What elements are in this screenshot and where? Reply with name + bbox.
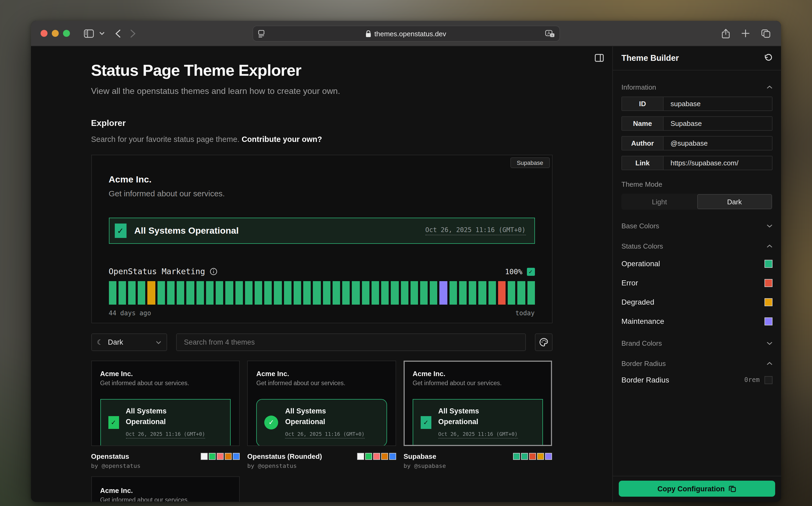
uptime-bar-operational[interactable] bbox=[391, 281, 398, 305]
uptime-bar-operational[interactable] bbox=[478, 281, 486, 305]
toggle-sidebar-icon[interactable] bbox=[84, 29, 94, 37]
uptime-bar-operational[interactable] bbox=[206, 281, 214, 305]
uptime-bar-operational[interactable] bbox=[430, 281, 437, 305]
uptime-bar-operational[interactable] bbox=[235, 281, 243, 305]
contribute-link[interactable]: Contribute your own? bbox=[241, 135, 322, 144]
uptime-bar-operational[interactable] bbox=[333, 281, 340, 305]
uptime-bar-operational[interactable] bbox=[459, 281, 466, 305]
uptime-bar-operational[interactable] bbox=[352, 281, 360, 305]
theme-card-supabase[interactable]: Acme Inc. Get informed about our service… bbox=[403, 361, 552, 470]
theme-card-partial[interactable]: Acme Inc. Get informed about our service… bbox=[91, 477, 239, 501]
color-swatch[interactable] bbox=[764, 260, 772, 267]
close-window-button[interactable] bbox=[41, 30, 48, 37]
share-icon[interactable] bbox=[722, 28, 730, 38]
copy-configuration-button[interactable]: Copy Configuration bbox=[619, 481, 775, 497]
uptime-bar-operational[interactable] bbox=[187, 281, 194, 305]
uptime-bar-operational[interactable] bbox=[226, 281, 233, 305]
info-icon[interactable] bbox=[210, 268, 217, 275]
uptime-bar-operational[interactable] bbox=[508, 281, 515, 305]
uptime-bar-operational[interactable] bbox=[527, 281, 535, 305]
uptime-bar-operational[interactable] bbox=[138, 281, 145, 305]
toggle-theme-panel-icon[interactable] bbox=[595, 54, 604, 62]
uptime-bars[interactable] bbox=[108, 281, 535, 305]
field-author[interactable]: Author @supabase bbox=[621, 136, 772, 151]
uptime-bar-operational[interactable] bbox=[255, 281, 262, 305]
theme-mode-value: Dark bbox=[108, 338, 123, 346]
uptime-bar-operational[interactable] bbox=[401, 281, 408, 305]
section-status-colors[interactable]: Status Colors bbox=[621, 242, 772, 250]
uptime-bar-operational[interactable] bbox=[381, 281, 389, 305]
section-border-radius[interactable]: Border Radius bbox=[621, 359, 772, 367]
uptime-bar-operational[interactable] bbox=[196, 281, 204, 305]
uptime-bar-operational[interactable] bbox=[177, 281, 184, 305]
uptime-bar-operational[interactable] bbox=[157, 281, 165, 305]
uptime-bar-operational[interactable] bbox=[284, 281, 291, 305]
color-swatch[interactable] bbox=[764, 279, 772, 287]
uptime-bar-operational[interactable] bbox=[265, 281, 272, 305]
uptime-bar-operational[interactable] bbox=[362, 281, 369, 305]
uptime-bar-operational[interactable] bbox=[469, 281, 476, 305]
theme-mode-light[interactable]: Light bbox=[622, 194, 697, 209]
color-swatch[interactable] bbox=[764, 298, 772, 306]
uptime-bar-error[interactable] bbox=[498, 281, 506, 305]
theme-mode-dropdown[interactable]: ☾ Dark bbox=[91, 333, 167, 351]
section-brand-colors[interactable]: Brand Colors bbox=[621, 339, 772, 347]
theme-color-swatches bbox=[357, 453, 396, 460]
uptime-bar-operational[interactable] bbox=[118, 281, 126, 305]
search-input[interactable] bbox=[176, 333, 526, 351]
uptime-bar-maintenance[interactable] bbox=[440, 281, 447, 305]
status-timestamp: Oct 26, 2025 11:16 (GMT+0) bbox=[425, 226, 526, 235]
forward-button[interactable] bbox=[130, 29, 136, 37]
theme-mode-dark[interactable]: Dark bbox=[697, 194, 772, 209]
theme-preview-card: Supabase Acme Inc. Get informed about ou… bbox=[91, 155, 552, 323]
uptime-bar-operational[interactable] bbox=[245, 281, 252, 305]
uptime-bar-operational[interactable] bbox=[108, 281, 116, 305]
uptime-bar-operational[interactable] bbox=[294, 281, 301, 305]
color-swatch bbox=[537, 453, 544, 460]
theme-card-openstatus[interactable]: Acme Inc. Get informed about our service… bbox=[91, 361, 240, 470]
section-information[interactable]: Information bbox=[621, 83, 772, 91]
uptime-bar-operational[interactable] bbox=[488, 281, 496, 305]
uptime-bar-operational[interactable] bbox=[449, 281, 457, 305]
minimize-window-button[interactable] bbox=[52, 30, 59, 37]
field-link[interactable]: Link https://supabase.com/ bbox=[621, 156, 772, 170]
uptime-bar-operational[interactable] bbox=[274, 281, 282, 305]
palette-button[interactable] bbox=[535, 333, 552, 351]
mini-status-banner: ✓ All Systems Operational Oct 26, 2025 1… bbox=[256, 399, 387, 446]
chevron-down-icon bbox=[156, 341, 161, 344]
field-id[interactable]: ID supabase bbox=[621, 97, 772, 111]
theme-card-openstatus-rounded[interactable]: Acme Inc. Get informed about our service… bbox=[247, 361, 396, 470]
theme-mode-switch: Light Dark bbox=[621, 194, 772, 209]
uptime-bar-operational[interactable] bbox=[216, 281, 223, 305]
border-radius-input[interactable] bbox=[764, 376, 772, 384]
reset-icon[interactable] bbox=[764, 54, 772, 63]
uptime-bar-degraded[interactable] bbox=[148, 281, 155, 305]
uptime-bar-operational[interactable] bbox=[420, 281, 428, 305]
uptime-bar-operational[interactable] bbox=[411, 281, 418, 305]
uptime-bar-operational[interactable] bbox=[303, 281, 311, 305]
color-swatch bbox=[373, 453, 380, 460]
color-swatch bbox=[381, 453, 388, 460]
uptime-bar-operational[interactable] bbox=[167, 281, 174, 305]
uptime-bar-operational[interactable] bbox=[313, 281, 320, 305]
color-swatch bbox=[209, 453, 216, 460]
color-swatch[interactable] bbox=[764, 317, 772, 325]
uptime-bar-operational[interactable] bbox=[342, 281, 350, 305]
zoom-window-button[interactable] bbox=[63, 30, 70, 37]
color-swatch bbox=[365, 453, 372, 460]
new-tab-icon[interactable] bbox=[742, 29, 749, 37]
uptime-bar-operational[interactable] bbox=[518, 281, 525, 305]
uptime-bar-operational[interactable] bbox=[323, 281, 330, 305]
uptime-bar-operational[interactable] bbox=[372, 281, 379, 305]
address-bar[interactable]: themes.openstatus.dev A x bbox=[252, 26, 560, 41]
field-name[interactable]: Name Supabase bbox=[621, 116, 772, 131]
section-base-colors[interactable]: Base Colors bbox=[621, 222, 772, 230]
mini-company: Acme Inc. bbox=[256, 370, 387, 378]
tab-overview-icon[interactable] bbox=[761, 29, 770, 37]
color-swatch bbox=[217, 453, 224, 460]
chevron-up-icon bbox=[766, 362, 772, 365]
uptime-bar-operational[interactable] bbox=[128, 281, 136, 305]
chevron-down-icon bbox=[766, 224, 772, 228]
back-button[interactable] bbox=[115, 29, 121, 37]
sidebar-chevron-down-icon[interactable] bbox=[99, 31, 104, 35]
